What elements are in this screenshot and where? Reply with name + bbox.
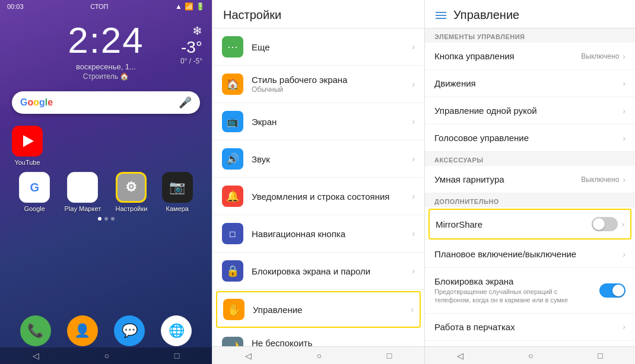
chevron-control-1: › — [623, 52, 626, 61]
status-bar: 00:03 СТОП ▲ 📶 🔋 — [0, 0, 212, 13]
page-indicator — [12, 217, 200, 221]
google-app[interactable]: G Google — [19, 172, 50, 212]
settings-item-notifications[interactable]: 🔔 Уведомления и строка состояния › — [212, 178, 424, 215]
settings-item-home[interactable]: 🏠 Стиль рабочего экрана Обычный › — [212, 66, 424, 103]
chevron-control-2: › — [623, 79, 626, 88]
settings-item-text-sound: Звук — [252, 154, 412, 164]
dnd-icon: 🌙 — [222, 337, 243, 346]
control-button-sub: Выключено — [581, 52, 619, 60]
control-item-button[interactable]: Кнопка управления Выключено › — [425, 43, 635, 70]
hamburger-line-3 — [436, 18, 446, 19]
dot-2 — [104, 217, 108, 221]
youtube-app[interactable]: YouTube — [12, 126, 43, 166]
search-bar[interactable]: Google 🎤 — [12, 91, 200, 114]
settings-app[interactable]: ⚙ Настройки — [116, 172, 148, 212]
control-item-mirrorshare[interactable]: MirrorShare › — [428, 209, 631, 240]
phone-icon: 📞 — [20, 315, 51, 346]
screen-icon: 📺 — [222, 111, 243, 132]
settings-recent-btn[interactable]: □ — [387, 351, 392, 360]
chevron-control-5: › — [623, 175, 626, 184]
voice-label: Голосовое управление — [434, 133, 623, 143]
settings-item-text-lock: Блокировка экрана и пароли — [252, 266, 412, 276]
settings-item-label-lock: Блокировка экрана и пароли — [252, 266, 412, 276]
settings-nav-bar: ◁ ○ □ — [212, 346, 424, 364]
google-app-icon: G — [19, 172, 50, 203]
chevron-control-7: › — [623, 250, 626, 259]
settings-item-label-control: Управление — [253, 305, 411, 315]
camera-app[interactable]: 📷 Камера — [162, 172, 193, 212]
home-apps: YouTube G Google ▶ Play Маркет ⚙ Настрой… — [0, 120, 212, 229]
chevron-control-4: › — [623, 133, 626, 143]
phone-app[interactable]: 📞 — [20, 315, 51, 346]
chevron-icon-9: › — [412, 343, 415, 346]
settings-item-text-more: Еще — [252, 42, 412, 52]
settings-item-sound[interactable]: 🔊 Звук › — [212, 141, 424, 178]
settings-item-screen[interactable]: 📺 Экран › — [212, 103, 424, 141]
control-recent-btn[interactable]: □ — [598, 351, 602, 360]
chrome-app[interactable]: 🌐 — [161, 315, 192, 346]
phone-screen: 00:03 СТОП ▲ 📶 🔋 2:24 воскресенье, 1... … — [0, 0, 212, 364]
wifi-icon: ▲ — [175, 2, 182, 11]
settings-back-btn[interactable]: ◁ — [245, 351, 252, 360]
settings-home-btn[interactable]: ○ — [317, 351, 322, 360]
app-row-2: G Google ▶ Play Маркет ⚙ Настройки 📷 Кам… — [12, 172, 200, 212]
camera-icon: 📷 — [162, 172, 193, 203]
control-item-gestures[interactable]: Движения › — [425, 70, 635, 97]
home-button[interactable]: ○ — [104, 351, 109, 360]
control-item-onehand[interactable]: Управление одной рукой › — [425, 97, 635, 124]
control-item-schedule[interactable]: Плановое включение/выключение › — [425, 241, 635, 268]
microphone-icon[interactable]: 🎤 — [179, 96, 192, 109]
chevron-icon-7: › — [412, 266, 415, 276]
control-back-btn[interactable]: ◁ — [457, 351, 463, 360]
navbutton-icon: ◻ — [222, 223, 243, 244]
play-store-label: Play Маркет — [64, 205, 101, 212]
dot-1 — [98, 217, 101, 221]
control-item-lockscreen[interactable]: Блокировка экрана Предотвращение случайн… — [425, 268, 635, 314]
settings-icon: ⚙ — [116, 172, 147, 203]
settings-item-label-home: Стиль рабочего экрана — [252, 75, 412, 85]
weather-range: 0° / -5° — [180, 57, 202, 65]
settings-item-text-screen: Экран — [252, 117, 412, 127]
chevron-control-3: › — [623, 106, 626, 116]
control-nav-bar: ◁ ○ □ — [425, 346, 635, 364]
lockscreen-label: Блокировка экрана — [434, 276, 595, 286]
control-item-headset[interactable]: Умная гарнитура Выключено › — [425, 166, 635, 193]
back-button[interactable]: ◁ — [33, 351, 39, 360]
control-icon: ✋ — [223, 299, 245, 320]
youtube-icon — [12, 126, 43, 157]
youtube-label: YouTube — [14, 159, 40, 166]
recent-button[interactable]: □ — [174, 351, 179, 360]
google-app-label: Google — [24, 205, 45, 212]
control-list: ЭЛЕМЕНТЫ УПРАВЛЕНИЯ Кнопка управления Вы… — [425, 28, 635, 346]
hamburger-icon — [436, 12, 446, 19]
chevron-icon-8: › — [411, 305, 414, 314]
settings-item-text-dnd: Не беспокоить Выключено — [252, 338, 412, 346]
settings-item-control[interactable]: ✋ Управление › — [216, 291, 421, 328]
chevron-icon-2: › — [412, 79, 415, 89]
toggle-thumb — [593, 218, 605, 230]
chevron-icon-4: › — [412, 154, 415, 164]
home-style-icon: 🏠 — [222, 74, 243, 95]
messages-app[interactable]: 💬 — [114, 315, 145, 346]
settings-item-lock[interactable]: 🔒 Блокировка экрана и пароли › — [212, 253, 424, 290]
contacts-app[interactable]: 👤 — [67, 315, 98, 346]
settings-item-dnd[interactable]: 🌙 Не беспокоить Выключено › — [212, 329, 424, 346]
control-home-btn[interactable]: ○ — [528, 351, 533, 360]
settings-title: Настройки — [223, 8, 281, 21]
settings-label: Настройки — [116, 205, 148, 212]
settings-list: ⋯ Еще › 🏠 Стиль рабочего экрана Обычный … — [212, 28, 424, 346]
play-store-app[interactable]: ▶ Play Маркет — [64, 172, 101, 212]
settings-item-navbutton[interactable]: ◻ Навигационная кнопка › — [212, 215, 424, 253]
control-item-voice[interactable]: Голосовое управление › — [425, 124, 635, 152]
control-item-gloves[interactable]: Работа в перчатках › — [425, 314, 635, 341]
mirrorshare-label: MirrorShare — [436, 219, 592, 229]
hamburger-line-1 — [436, 12, 446, 13]
settings-item-text-home: Стиль рабочего экрана Обычный — [252, 75, 412, 94]
settings-item-more[interactable]: ⋯ Еще › — [212, 28, 424, 66]
status-stop: СТОП — [90, 3, 108, 10]
status-icons: ▲ 📶 🔋 — [175, 2, 205, 11]
camera-label: Камера — [166, 205, 189, 212]
notifications-icon: 🔔 — [222, 186, 243, 207]
lockscreen-toggle[interactable] — [599, 283, 626, 298]
mirrorshare-toggle[interactable] — [592, 217, 618, 231]
